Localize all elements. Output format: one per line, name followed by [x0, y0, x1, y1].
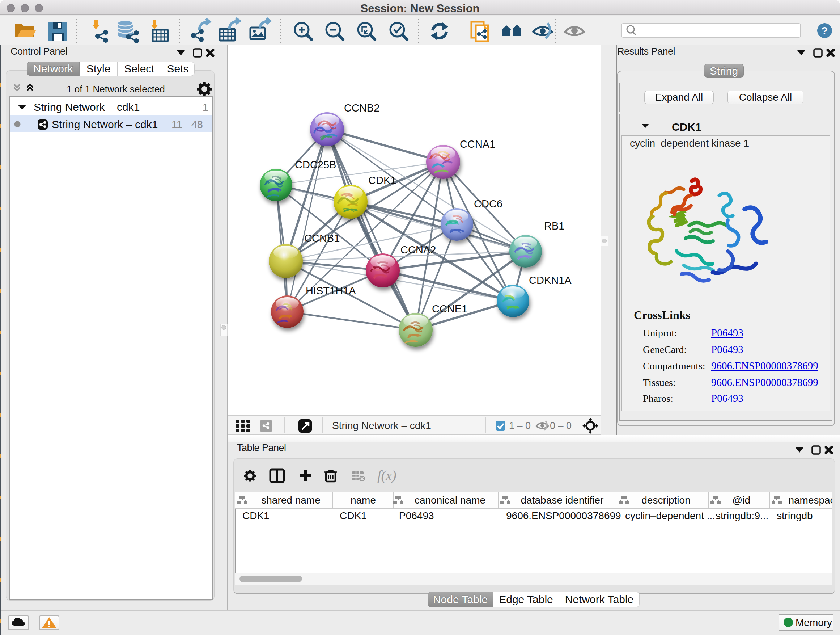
svg-text:CDK1: CDK1: [368, 174, 396, 186]
svg-text:CDK1: CDK1: [242, 510, 270, 521]
svg-text:HIST1H1A: HIST1H1A: [306, 285, 356, 296]
svg-text:CDKN1A: CDKN1A: [529, 274, 572, 286]
svg-text:1 – 0: 1 – 0: [509, 420, 531, 431]
svg-text:stringdb:9...: stringdb:9...: [715, 510, 768, 521]
svg-text:canonical name: canonical name: [415, 494, 485, 506]
svg-text:f(x): f(x): [377, 468, 396, 483]
svg-text:CCNA1: CCNA1: [460, 138, 495, 150]
svg-text:String Network – cdk1: String Network – cdk1: [52, 119, 158, 130]
svg-text:String Network – cdk1: String Network – cdk1: [332, 420, 431, 431]
svg-text:Memory: Memory: [796, 617, 832, 628]
svg-text:48: 48: [191, 119, 203, 130]
svg-text:stringdb: stringdb: [777, 510, 813, 521]
svg-text:P06493: P06493: [399, 510, 434, 521]
svg-text:database identifier: database identifier: [521, 494, 604, 506]
svg-text:CCNA2: CCNA2: [401, 244, 436, 256]
svg-text:RB1: RB1: [544, 220, 564, 232]
svg-text:CDC6: CDC6: [474, 198, 502, 210]
svg-text:cyclin–dependent ...: cyclin–dependent ...: [625, 510, 715, 521]
svg-text:@id: @id: [732, 494, 750, 506]
svg-text:CCNB1: CCNB1: [304, 233, 340, 244]
svg-text:11: 11: [172, 119, 182, 130]
svg-text:description: description: [641, 494, 690, 506]
svg-text:String Network – cdk1: String Network – cdk1: [34, 101, 140, 113]
svg-text:1 of 1 Network selected: 1 of 1 Network selected: [66, 84, 165, 95]
svg-text:CDC25B: CDC25B: [295, 159, 336, 171]
svg-text:name: name: [351, 494, 376, 506]
svg-text:9606.ENSP00000378699: 9606.ENSP00000378699: [506, 510, 621, 521]
svg-text:shared name: shared name: [261, 494, 320, 506]
svg-text:CCNE1: CCNE1: [432, 303, 467, 315]
svg-text:0 – 0: 0 – 0: [550, 420, 572, 431]
svg-text:namespac: namespac: [788, 494, 832, 506]
svg-text:CDK1: CDK1: [340, 510, 367, 521]
svg-text:CCNB2: CCNB2: [344, 102, 379, 114]
svg-text:1: 1: [202, 101, 208, 113]
